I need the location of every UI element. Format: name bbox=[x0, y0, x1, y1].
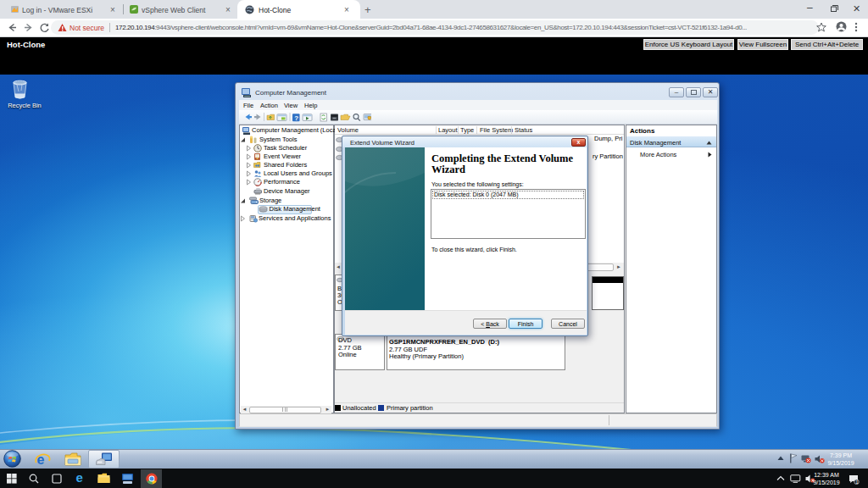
svg-text:e: e bbox=[75, 470, 82, 485]
svg-text:1: 1 bbox=[856, 480, 859, 485]
svg-text:?: ? bbox=[294, 114, 298, 122]
